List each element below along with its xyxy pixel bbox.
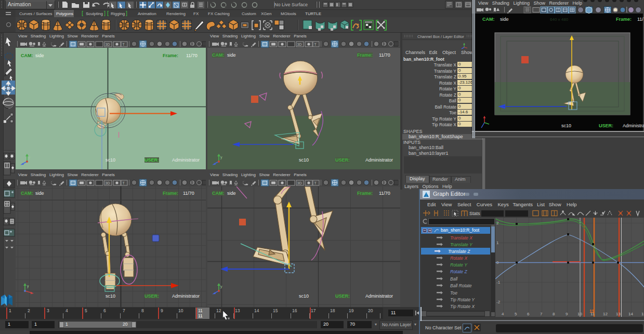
svg-text:Rotate Z: Rotate Z [450, 269, 467, 274]
svg-text:19: 19 [349, 308, 354, 313]
svg-text:3: 3 [47, 308, 49, 313]
svg-text:18: 18 [330, 308, 335, 313]
svg-text:11: 11 [198, 308, 203, 313]
svg-text:Tip Rotate Y: Tip Rotate Y [450, 297, 475, 302]
svg-text:Rotate Y: Rotate Y [450, 262, 468, 268]
svg-text:Ball: Ball [450, 276, 458, 282]
svg-text:13: 13 [235, 308, 240, 313]
svg-text:Toe: Toe [450, 290, 457, 296]
svg-text:8: 8 [141, 308, 144, 313]
svg-text:11: 11 [198, 313, 203, 318]
svg-text:Stats: Stats [469, 211, 480, 216]
svg-text:Rotate X: Rotate X [450, 256, 467, 261]
svg-text:Translate Z: Translate Z [448, 249, 470, 254]
svg-text:7: 7 [123, 308, 125, 313]
svg-text:4: 4 [65, 308, 68, 313]
svg-text:Tip Rotate X: Tip Rotate X [450, 304, 475, 309]
svg-text:Ball Rotate: Ball Rotate [450, 283, 472, 288]
svg-text:2: 2 [28, 308, 30, 313]
svg-text:Translate Y: Translate Y [450, 242, 473, 247]
svg-text:16: 16 [292, 308, 297, 313]
svg-text:10: 10 [178, 308, 183, 313]
svg-text:1: 1 [9, 308, 11, 313]
svg-text:9: 9 [161, 308, 163, 313]
svg-text:20: 20 [368, 308, 373, 313]
svg-text:15: 15 [273, 308, 278, 313]
svg-text:Translate X: Translate X [450, 235, 472, 241]
svg-text:14: 14 [254, 308, 259, 313]
svg-text:6: 6 [103, 308, 106, 313]
svg-text:5: 5 [85, 308, 87, 313]
svg-text:12: 12 [216, 308, 221, 313]
svg-text:17: 17 [311, 308, 316, 313]
